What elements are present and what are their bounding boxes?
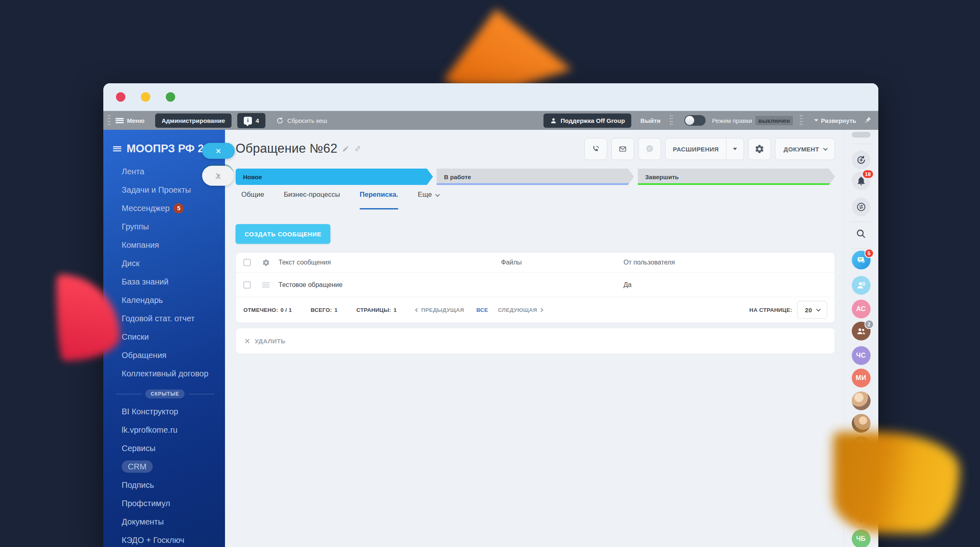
administration-label: Администрирование xyxy=(162,117,225,124)
sidebar-item-signature[interactable]: Подпись xyxy=(103,476,225,494)
search-button[interactable] xyxy=(852,224,871,243)
document-button[interactable]: ДОКУМЕНТ xyxy=(775,138,835,160)
next-page-button[interactable]: СЛЕДУЮЩАЯ xyxy=(498,307,543,313)
sidebar-item-annual-report[interactable]: Годовой стат. отчет xyxy=(103,309,225,328)
edit-mode-toggle[interactable] xyxy=(684,115,706,126)
sidebar-item-kedo[interactable]: КЭДО + Госключ xyxy=(103,531,225,547)
updates-button[interactable] xyxy=(852,151,871,169)
create-message-button[interactable]: СОЗДАТЬ СООБЩЕНИЕ xyxy=(236,224,330,244)
clear-cache-button[interactable]: Сбросить кеш xyxy=(276,117,327,125)
copy-link-button[interactable] xyxy=(354,145,361,152)
sidebar-collapse-button[interactable] xyxy=(202,166,234,186)
window-close-button[interactable] xyxy=(116,92,125,102)
sidebar-item-bi-constructor[interactable]: BI Конструктор xyxy=(103,402,225,421)
sidebar-item-requests[interactable]: Обращения xyxy=(103,346,225,365)
edit-title-button[interactable] xyxy=(342,145,349,152)
avatar-photo[interactable] xyxy=(852,459,871,478)
table-settings-gear-icon[interactable] xyxy=(262,259,270,267)
exchange-button[interactable] xyxy=(852,198,871,216)
notifications-bell-button[interactable]: 18 xyxy=(852,171,871,190)
content-area: МООПРЗ РФ 2 Лента Задачи и Проекты Мессе… xyxy=(103,130,878,547)
support-button[interactable]: Поддержка Off Group xyxy=(543,113,632,128)
avatar-photo[interactable] xyxy=(852,436,871,455)
sidebar-item-lk-vprofkome[interactable]: lk.vprofkome.ru xyxy=(103,421,225,439)
stage-new[interactable]: Новое xyxy=(236,169,433,185)
per-page-select[interactable]: 20 xyxy=(797,301,827,319)
administration-button[interactable]: Администрирование xyxy=(155,113,232,128)
tab-correspondence[interactable]: Переписка. xyxy=(360,191,398,209)
avatar-photo[interactable] xyxy=(852,391,871,410)
window-titlebar xyxy=(103,83,878,111)
drag-handle-icon[interactable] xyxy=(670,114,673,127)
main-panel: Обращение №62 xyxy=(225,130,843,547)
email-button[interactable] xyxy=(611,138,634,160)
messenger-button[interactable]: 5 xyxy=(852,251,871,269)
sidebar-item-collective-agreement[interactable]: Коллективный договор xyxy=(103,365,225,383)
logout-button[interactable]: Выйти xyxy=(640,117,660,124)
avatar-chs[interactable]: ЧС xyxy=(852,346,871,365)
column-header-files[interactable]: Файлы xyxy=(501,259,624,266)
notifications-button[interactable]: i 4 xyxy=(237,113,265,128)
delete-button[interactable]: УДАЛИТЬ xyxy=(244,338,285,345)
tab-business-processes[interactable]: Бизнес-процессы xyxy=(284,191,340,209)
all-pages-button[interactable]: ВСЕ xyxy=(477,307,488,313)
edit-mode-state: выключен xyxy=(755,116,793,125)
cell-from-user: Да xyxy=(624,281,835,289)
avatar-photo[interactable] xyxy=(852,481,871,500)
sidebar-item-company[interactable]: Компания xyxy=(103,236,225,254)
document-label: ДОКУМЕНТ xyxy=(784,146,819,153)
stage-finish[interactable]: Завершить xyxy=(638,169,835,185)
pencil-icon xyxy=(342,145,349,152)
pin-icon[interactable] xyxy=(863,116,872,125)
sidebar-menu: Лента Задачи и Проекты Мессенджер5 Групп… xyxy=(103,162,225,383)
prev-page-button[interactable]: ПРЕДЫДУЩАЯ xyxy=(416,307,464,313)
row-checkbox[interactable] xyxy=(243,281,251,289)
group-chat-button[interactable]: 2 xyxy=(852,322,871,340)
expand-button[interactable]: Развернуть xyxy=(814,117,856,124)
rail-drag-handle[interactable] xyxy=(852,132,871,138)
sidebar-item-knowledge[interactable]: База знаний xyxy=(103,273,225,291)
column-header-from-user[interactable]: От пользователя xyxy=(624,259,835,266)
chat-button[interactable] xyxy=(638,138,661,160)
hamburger-icon xyxy=(116,118,124,123)
column-header-text[interactable]: Текст сообщения xyxy=(278,259,501,266)
tab-general[interactable]: Общие xyxy=(241,191,264,209)
sidebar-item-disk[interactable]: Диск xyxy=(103,254,225,273)
window-minimize-button[interactable] xyxy=(141,92,150,102)
sidebar-item-services[interactable]: Сервисы xyxy=(103,439,225,458)
page-title: Обращение №62 xyxy=(236,141,337,156)
row-drag-handle-icon[interactable] xyxy=(262,282,270,287)
sidebar-item-documents[interactable]: Документы xyxy=(103,513,225,531)
sidebar-item-crm[interactable]: CRM xyxy=(103,458,225,476)
sidebar-item-groups[interactable]: Группы xyxy=(103,218,225,236)
sidebar-close-button[interactable] xyxy=(202,143,235,159)
call-button[interactable] xyxy=(584,138,607,160)
people-group-icon xyxy=(856,326,866,336)
avatar-as[interactable]: АС xyxy=(852,300,871,318)
sidebar-item-calendar[interactable]: Календарь xyxy=(103,291,225,309)
extensions-button[interactable]: РАСШИРЕНИЯ xyxy=(665,138,744,160)
time-management-button[interactable] xyxy=(852,276,871,295)
chevron-down-icon xyxy=(816,307,820,311)
extensions-dropdown-arrow[interactable] xyxy=(726,148,744,150)
avatar-mi[interactable]: МИ xyxy=(852,369,871,387)
table-row[interactable]: Тестовое обращение Да xyxy=(236,273,835,297)
window-zoom-button[interactable] xyxy=(166,92,175,102)
admin-menu-button[interactable]: Меню xyxy=(116,117,145,124)
select-all-checkbox[interactable] xyxy=(243,259,251,266)
sidebar-item-messenger[interactable]: Мессенджер5 xyxy=(103,199,225,218)
drag-handle-icon[interactable] xyxy=(107,114,111,127)
support-label: Поддержка Off Group xyxy=(561,117,625,124)
sidebar-item-profstimul[interactable]: Профстимул xyxy=(103,494,225,513)
ideas-button[interactable] xyxy=(852,508,871,527)
hidden-section-label[interactable]: СКРЫТЫЕ xyxy=(145,389,185,398)
settings-button[interactable] xyxy=(748,138,771,160)
expand-label: Развернуть xyxy=(821,117,856,124)
drag-handle-icon[interactable] xyxy=(800,114,803,127)
sidebar-item-lists[interactable]: Списки xyxy=(103,328,225,346)
tab-more[interactable]: Еще xyxy=(418,191,439,209)
cell-message-text[interactable]: Тестовое обращение xyxy=(278,281,501,289)
stage-in-progress[interactable]: В работе xyxy=(437,169,634,185)
avatar-photo[interactable] xyxy=(852,414,871,433)
avatar-chb[interactable]: ЧБ xyxy=(852,529,871,547)
